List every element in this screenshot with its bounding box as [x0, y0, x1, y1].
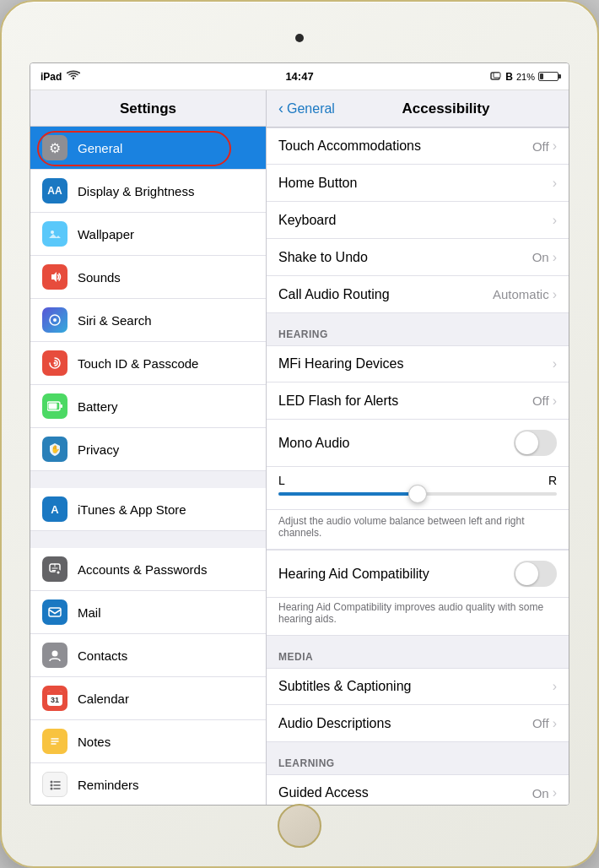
mail-icon: [42, 599, 67, 625]
sidebar-item-label-display: Display & Brightness: [78, 184, 194, 198]
row-home-button[interactable]: Home Button ›: [267, 165, 569, 202]
audio-descriptions-value: Off ›: [532, 716, 557, 731]
svg-point-23: [51, 781, 53, 784]
row-shake-to-undo[interactable]: Shake to Undo On ›: [267, 239, 569, 276]
sidebar-item-label-touchid: Touch ID & Passcode: [78, 356, 198, 371]
row-subtitles-captioning[interactable]: Subtitles & Captioning ›: [267, 668, 569, 705]
sidebar-item-touchid[interactable]: Touch ID & Passcode: [30, 342, 266, 385]
row-keyboard[interactable]: Keyboard ›: [267, 202, 569, 239]
media-group: MEDIA Subtitles & Captioning › Audio Des…: [267, 636, 569, 742]
sidebar-item-label-siri: Siri & Search: [78, 313, 152, 328]
sidebar-item-general[interactable]: ⚙ General: [30, 127, 266, 170]
toggle-knob: [515, 431, 538, 454]
hearing-aid-toggle[interactable]: [514, 561, 557, 587]
slider-track[interactable]: [278, 492, 557, 496]
led-flash-label: LED Flash for Alerts: [278, 393, 398, 409]
slider-thumb[interactable]: [408, 485, 427, 503]
ipad-label: iPad: [40, 71, 62, 83]
learning-group: LEARNING Guided Access On ›: [267, 742, 569, 805]
screen: iPad 14:47: [30, 62, 569, 806]
sidebar: Settings ⚙ General AA Display & Brightne…: [30, 90, 267, 805]
touchid-icon: [42, 350, 67, 376]
shake-to-undo-value: On ›: [532, 250, 557, 265]
sidebar-item-battery[interactable]: Battery: [30, 385, 266, 428]
sidebar-item-wallpaper[interactable]: Wallpaper: [30, 213, 266, 256]
sidebar-item-sounds[interactable]: Sounds: [30, 256, 266, 299]
svg-point-6: [53, 318, 57, 322]
sidebar-item-label-general: General: [78, 141, 122, 155]
notes-icon: [42, 729, 67, 754]
sidebar-item-accounts[interactable]: Accounts & Passwords: [30, 548, 266, 591]
row-mfi-hearing[interactable]: MFi Hearing Devices ›: [267, 345, 569, 382]
svg-text:A: A: [51, 503, 59, 516]
mono-audio-toggle[interactable]: [514, 430, 557, 456]
row-mono-audio[interactable]: Mono Audio: [267, 420, 569, 467]
battery-icon: [538, 72, 559, 81]
chevron-icon: ›: [553, 716, 557, 731]
call-audio-routing-label: Call Audio Routing: [278, 287, 390, 302]
general-icon: ⚙: [42, 135, 67, 160]
sidebar-item-display[interactable]: AA Display & Brightness: [30, 170, 266, 213]
guided-access-label: Guided Access: [278, 785, 369, 800]
row-touch-accommodations[interactable]: Touch Accommodations Off ›: [267, 127, 569, 165]
bluetooth-icon: B: [505, 71, 513, 83]
row-call-audio-routing[interactable]: Call Audio Routing Automatic ›: [267, 276, 569, 313]
learning-header: LEARNING: [267, 742, 569, 774]
right-panel: ‹ General Accessibility Touch Accommodat…: [267, 90, 569, 805]
screen-rotation-icon: [490, 71, 502, 83]
sidebar-item-notes[interactable]: Notes: [30, 720, 266, 763]
hearing-aid-toggle-control[interactable]: [514, 561, 557, 587]
row-guided-access[interactable]: Guided Access On ›: [267, 774, 569, 805]
touch-accommodations-label: Touch Accommodations: [278, 138, 421, 154]
keyboard-value: ›: [553, 213, 557, 228]
ipad-device: iPad 14:47: [0, 0, 599, 868]
chevron-icon: ›: [553, 213, 557, 228]
sidebar-item-reminders[interactable]: Reminders: [30, 763, 266, 805]
svg-rect-2: [494, 73, 500, 78]
mono-audio-toggle-control[interactable]: [514, 430, 557, 456]
status-bar: iPad 14:47: [30, 63, 569, 90]
right-header: ‹ General Accessibility: [267, 90, 569, 127]
back-button[interactable]: ‹ General: [278, 100, 335, 117]
chevron-icon: ›: [553, 785, 557, 800]
chevron-icon: ›: [553, 138, 557, 154]
row-hearing-aid-compat[interactable]: Hearing Aid Compatibility: [267, 550, 569, 598]
sidebar-item-contacts[interactable]: Contacts: [30, 634, 266, 677]
sidebar-item-label-notes: Notes: [78, 735, 111, 749]
slider-description: Adjust the audio volume balance between …: [267, 510, 569, 550]
home-button-label: Home Button: [278, 176, 357, 191]
call-audio-routing-value: Automatic ›: [493, 287, 557, 302]
sidebar-item-label-calendar: Calendar: [78, 692, 129, 706]
sidebar-item-calendar[interactable]: 31 Calendar: [30, 677, 266, 720]
row-audio-descriptions[interactable]: Audio Descriptions Off ›: [267, 705, 569, 742]
sidebar-item-privacy[interactable]: ✋ Privacy: [30, 428, 266, 471]
accounts-icon: [42, 556, 67, 582]
toggle-knob: [515, 562, 538, 585]
led-flash-value: Off ›: [532, 393, 557, 409]
sidebar-item-siri[interactable]: Siri & Search: [30, 299, 266, 342]
subtitles-captioning-label: Subtitles & Captioning: [278, 679, 411, 694]
back-label: General: [287, 101, 335, 117]
battery-sidebar-icon: [42, 393, 67, 419]
audio-descriptions-label: Audio Descriptions: [278, 716, 391, 731]
battery-percent: 21%: [516, 72, 535, 82]
sidebar-item-label-reminders: Reminders: [78, 778, 139, 792]
audio-balance-slider: L R: [267, 467, 569, 510]
svg-point-0: [73, 78, 74, 79]
right-content: Touch Accommodations Off › Home Button ›: [267, 127, 569, 805]
general-row-wrapper: ⚙ General: [30, 127, 266, 170]
home-button-physical[interactable]: [278, 804, 321, 848]
svg-point-7: [54, 362, 57, 365]
svg-point-3: [48, 227, 62, 241]
interaction-group: Touch Accommodations Off › Home Button ›: [267, 127, 569, 313]
sidebar-item-mail[interactable]: Mail: [30, 591, 266, 634]
sidebar-item-itunes[interactable]: A iTunes & App Store: [30, 488, 266, 531]
sidebar-gap-1: [30, 471, 266, 488]
shake-to-undo-label: Shake to Undo: [278, 250, 368, 265]
sidebar-item-label-accounts: Accounts & Passwords: [78, 562, 207, 577]
mfi-hearing-label: MFi Hearing Devices: [278, 356, 403, 372]
status-left: iPad: [40, 70, 80, 83]
chevron-icon: ›: [553, 393, 557, 409]
row-led-flash[interactable]: LED Flash for Alerts Off ›: [267, 382, 569, 420]
svg-rect-20: [47, 693, 62, 695]
